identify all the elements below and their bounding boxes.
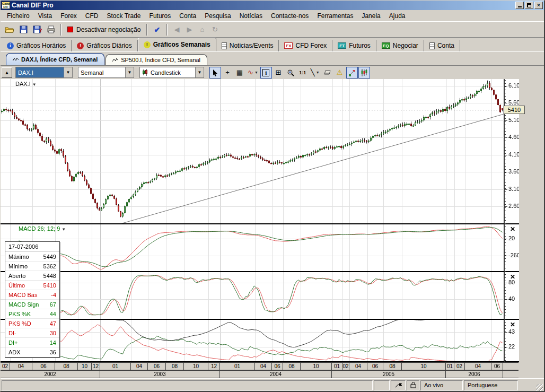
- menu-item-contacte-nos[interactable]: Contacte-nos: [267, 11, 313, 21]
- month-cell[interactable]: 08: [165, 362, 184, 370]
- menu-item-ficheiro[interactable]: Ficheiro: [3, 11, 34, 21]
- close-adx-pane-icon[interactable]: ✕: [509, 321, 516, 329]
- tab-gr-ficos-di-rios[interactable]: !Gráficos Diários: [72, 40, 137, 51]
- month-cell[interactable]: 04: [349, 362, 367, 370]
- zoom-tool[interactable]: [285, 67, 296, 79]
- month-cell[interactable]: 01: [331, 362, 342, 370]
- year-cell[interactable]: 2004: [219, 370, 332, 378]
- toolbar-separator: [146, 24, 147, 36]
- menu-item-forex[interactable]: Forex: [56, 11, 81, 21]
- indicator-wave-tool[interactable]: ∿▼: [246, 67, 260, 79]
- month-cell[interactable]: 06: [147, 362, 166, 370]
- month-cell[interactable]: 06: [491, 362, 503, 370]
- back-button[interactable]: ◀: [170, 25, 183, 33]
- line-tool[interactable]: ╲▼: [309, 67, 321, 79]
- resize-grip[interactable]: [536, 384, 543, 391]
- minimize-button[interactable]: [515, 2, 524, 9]
- month-cell[interactable]: 10: [401, 362, 446, 370]
- menu-item-not-cias[interactable]: Notícias: [235, 11, 267, 21]
- menu-item-ferramentas[interactable]: Ferramentas: [313, 11, 357, 21]
- crosshair-tool[interactable]: +: [222, 67, 233, 79]
- grid-tool[interactable]: ▦: [234, 67, 245, 79]
- tab-cfd-forex[interactable]: FXCFD Forex: [279, 40, 332, 51]
- year-cell[interactable]: 2002: [0, 370, 100, 378]
- year-cell[interactable]: 2006: [445, 370, 503, 378]
- eraser-tool[interactable]: [322, 67, 333, 79]
- range-zoom-tool[interactable]: [346, 67, 358, 79]
- close-macd-pane-icon[interactable]: ✕: [509, 226, 516, 233]
- alert-tool[interactable]: ⚠: [334, 67, 346, 79]
- month-cell[interactable]: 12: [91, 362, 100, 370]
- month-cell[interactable]: 08: [383, 362, 402, 370]
- month-cell[interactable]: 02: [342, 362, 349, 370]
- menu-item-vista[interactable]: Vista: [34, 11, 56, 21]
- month-cell[interactable]: 01: [219, 362, 255, 370]
- close-stoch-pane-icon[interactable]: ✕: [509, 274, 516, 281]
- tab-label: Noticias/Events: [230, 42, 274, 49]
- chart-canvas[interactable]: [1, 79, 519, 362]
- tab-gr-ficos-hor-rios[interactable]: iGráficos Horários: [2, 40, 72, 51]
- chart-tab-dax-i[interactable]: DAX.I, Índice CFD, Semanal: [6, 53, 104, 65]
- save-button[interactable]: [16, 23, 30, 36]
- chart-symbol-label[interactable]: DAX.I ▼: [15, 81, 37, 87]
- disable-trading-button[interactable]: Desactivar negociação: [64, 23, 144, 36]
- menu-item-futuros[interactable]: Futuros: [145, 11, 175, 21]
- month-cell[interactable]: 12: [208, 362, 220, 370]
- year-cell[interactable]: 2003: [100, 370, 220, 378]
- year-cell[interactable]: 2005: [331, 370, 446, 378]
- symbol-combo[interactable]: DAX.I ▼: [15, 67, 73, 78]
- color-candles-tool[interactable]: [358, 67, 370, 79]
- menu-item-ajuda[interactable]: Ajuda: [385, 11, 410, 21]
- menu-item-janela[interactable]: Janela: [357, 11, 384, 21]
- scroll-up-button[interactable]: ▲: [2, 67, 12, 78]
- menu-item-pesquisa[interactable]: Pesquisa: [200, 11, 235, 21]
- month-cell[interactable]: 02: [0, 362, 10, 370]
- tab-conta[interactable]: Conta: [424, 40, 460, 51]
- save-as-button[interactable]: ?: [30, 23, 44, 36]
- menu-item-cfd[interactable]: CFD: [81, 11, 103, 21]
- chart-type-combo[interactable]: Candlestick ▼: [139, 67, 204, 78]
- chevron-down-icon[interactable]: ▼: [195, 67, 204, 77]
- month-cell[interactable]: 01: [100, 362, 131, 370]
- tab-noticias-events[interactable]: Noticias/Events: [216, 40, 279, 51]
- print-button[interactable]: [44, 23, 58, 36]
- month-cell[interactable]: 04: [464, 362, 491, 370]
- month-cell[interactable]: 02: [454, 362, 465, 370]
- month-cell[interactable]: 04: [254, 362, 272, 370]
- chevron-down-icon[interactable]: ▼: [64, 67, 72, 77]
- period-combo[interactable]: Semanal ▼: [78, 67, 134, 78]
- one-to-one-tool[interactable]: 1:1: [297, 67, 309, 79]
- tab-negociar[interactable]: EQNegociar: [376, 40, 424, 51]
- month-cell[interactable]: 08: [55, 362, 78, 370]
- month-cell[interactable]: 10: [183, 362, 208, 370]
- macd-indicator-label[interactable]: MACD 26; 12; 9 ▼: [19, 225, 66, 232]
- tab-futuros[interactable]: FTFuturos: [332, 40, 376, 51]
- month-cell[interactable]: 10: [300, 362, 332, 370]
- month-cell[interactable]: 06: [367, 362, 383, 370]
- restore-button[interactable]: [525, 2, 533, 9]
- close-button[interactable]: ✕: [534, 2, 543, 9]
- chart-tab-sp500-i[interactable]: SP500.I, Índice CFD, Semanal: [106, 54, 207, 65]
- language-status[interactable]: Portuguese: [464, 380, 518, 390]
- menu-item-conta[interactable]: Conta: [175, 11, 200, 21]
- menu-item-stock-trade[interactable]: Stock Trade: [103, 11, 145, 21]
- month-cell[interactable]: 06: [32, 362, 55, 370]
- document-icon: [222, 42, 227, 49]
- add-pane-tool[interactable]: ⊞: [272, 67, 284, 79]
- forward-button[interactable]: ▶: [183, 25, 196, 33]
- lock-panel: [407, 380, 419, 390]
- cursor-tool[interactable]: [209, 67, 221, 79]
- refresh-button[interactable]: ↻: [208, 25, 221, 33]
- month-cell[interactable]: 06: [271, 362, 283, 370]
- month-cell[interactable]: 08: [283, 362, 301, 370]
- home-button[interactable]: ⌂: [196, 25, 208, 33]
- month-cell[interactable]: 01: [445, 362, 454, 370]
- month-cell[interactable]: 10: [77, 362, 92, 370]
- confirm-check-button[interactable]: ✔: [150, 25, 164, 34]
- month-cell[interactable]: 04: [10, 362, 32, 370]
- tab-gr-ficos-semanais[interactable]: !Gráficos Semanais: [138, 38, 216, 51]
- open-button[interactable]: [3, 23, 16, 36]
- info-tool[interactable]: i: [260, 67, 272, 79]
- chevron-down-icon[interactable]: ▼: [125, 67, 134, 77]
- month-cell[interactable]: 04: [130, 362, 148, 370]
